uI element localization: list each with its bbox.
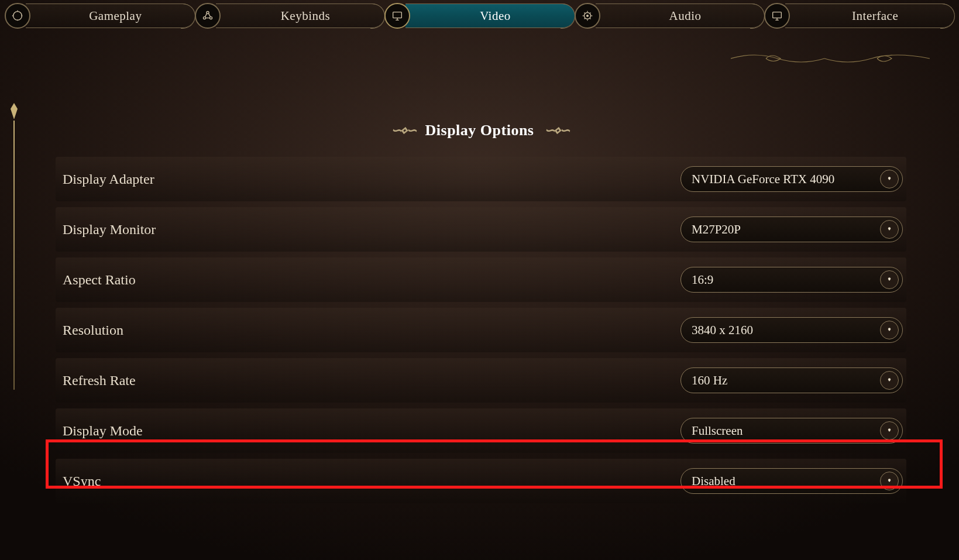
settings-list: Display Adapter NVIDIA GeForce RTX 4090 … — [56, 157, 906, 503]
tab-gameplay[interactable]: Gameplay — [5, 2, 195, 29]
setting-row-display-monitor: Display Monitor M27P20P — [56, 207, 906, 252]
tab-label: Gameplay — [26, 4, 195, 28]
tab-label: Audio — [596, 4, 765, 28]
setting-row-resolution: Resolution 3840 x 2160 — [56, 308, 906, 352]
tab-keybinds[interactable]: Keybinds — [195, 2, 385, 29]
display-mode-dropdown[interactable]: Fullscreen — [680, 418, 903, 444]
dropdown-value: 3840 x 2160 — [692, 323, 753, 338]
settings-tabs: Gameplay Keybinds Video Audio Interface — [0, 0, 959, 34]
refresh-rate-dropdown[interactable]: 160 Hz — [680, 367, 903, 393]
svg-point-0 — [13, 12, 22, 20]
dial-icon — [575, 3, 600, 29]
nodes-icon — [195, 3, 221, 29]
setting-row-refresh-rate: Refresh Rate 160 Hz — [56, 358, 906, 403]
chevron-down-icon — [880, 472, 899, 490]
setting-label: Resolution — [59, 322, 680, 338]
swash-left-icon: ∽⋄∽ — [391, 123, 415, 138]
resolution-dropdown[interactable]: 3840 x 2160 — [680, 317, 903, 343]
chevron-down-icon — [880, 321, 899, 339]
svg-point-2 — [203, 17, 205, 19]
setting-label: Refresh Rate — [59, 373, 680, 389]
tab-audio[interactable]: Audio — [575, 2, 765, 29]
setting-label: Display Mode — [59, 423, 680, 439]
setting-row-vsync: VSync Disabled — [56, 459, 906, 503]
dropdown-value: NVIDIA GeForce RTX 4090 — [692, 172, 834, 187]
dropdown-value: M27P20P — [692, 222, 741, 237]
tab-video[interactable]: Video — [384, 2, 575, 29]
dropdown-value: Fullscreen — [692, 424, 743, 438]
display-monitor-dropdown[interactable]: M27P20P — [680, 217, 903, 242]
side-ornament — [8, 103, 20, 390]
setting-label: Aspect Ratio — [59, 272, 680, 288]
monitor-icon — [384, 3, 410, 29]
dropdown-value: 16:9 — [692, 273, 713, 287]
chevron-down-icon — [880, 270, 899, 289]
svg-point-6 — [586, 15, 588, 17]
chevron-down-icon — [880, 421, 899, 440]
setting-row-display-mode: Display Mode Fullscreen — [56, 408, 906, 453]
setting-row-aspect-ratio: Aspect Ratio 16:9 — [56, 257, 906, 302]
tab-label: Keybinds — [216, 4, 385, 28]
svg-point-3 — [209, 17, 212, 19]
tab-label: Video — [405, 4, 575, 28]
target-icon — [5, 3, 30, 29]
swash-right-icon: ∽⋄∽ — [544, 123, 568, 138]
display-adapter-dropdown[interactable]: NVIDIA GeForce RTX 4090 — [680, 166, 903, 192]
divider-flourish — [731, 50, 930, 67]
setting-label: VSync — [59, 473, 680, 489]
dropdown-value: Disabled — [692, 474, 735, 489]
chevron-down-icon — [880, 170, 899, 188]
tab-interface[interactable]: Interface — [764, 2, 954, 29]
section-title: ∽⋄∽ Display Options ∽⋄∽ — [0, 122, 959, 139]
vsync-dropdown[interactable]: Disabled — [680, 468, 903, 494]
chevron-down-icon — [880, 220, 899, 239]
svg-rect-7 — [773, 12, 782, 18]
svg-rect-4 — [393, 12, 402, 18]
setting-row-display-adapter: Display Adapter NVIDIA GeForce RTX 4090 — [56, 157, 906, 201]
chevron-down-icon — [880, 371, 899, 390]
dropdown-value: 160 Hz — [692, 373, 727, 388]
aspect-ratio-dropdown[interactable]: 16:9 — [680, 267, 903, 293]
setting-label: Display Adapter — [59, 171, 680, 187]
section-title-text: Display Options — [425, 122, 534, 139]
tab-label: Interface — [785, 4, 954, 28]
setting-label: Display Monitor — [59, 222, 680, 238]
